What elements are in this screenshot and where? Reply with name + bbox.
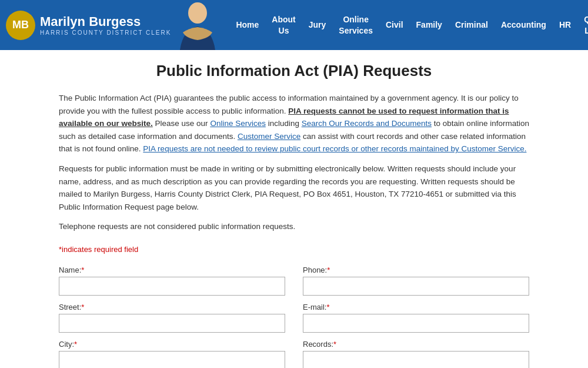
online-services-link[interactable]: Online Services <box>210 119 266 128</box>
records-input[interactable] <box>303 351 529 368</box>
pia-form: Name:* Phone:* Street:* <box>59 266 529 368</box>
email-field: E-mail:* <box>303 303 529 333</box>
svg-point-1 <box>188 2 207 24</box>
nav-home[interactable]: Home <box>230 15 265 35</box>
name-required-star: * <box>81 266 84 274</box>
required-note: *indicates required field <box>59 245 529 254</box>
nav-jury[interactable]: Jury <box>303 15 332 35</box>
phone-required-star: * <box>327 266 330 274</box>
logo-circle: MB <box>6 11 35 40</box>
city-required-star: * <box>74 340 77 349</box>
street-required-star: * <box>81 303 84 311</box>
city-field: City:* <box>59 340 285 368</box>
site-header: MB Marilyn Burgess HARRIS COUNTY DISTRIC… <box>0 0 588 50</box>
logo-text: Marilyn Burgess HARRIS COUNTY DISTRICT C… <box>40 14 171 36</box>
main-nav: Home About Us Jury Online Services Civil… <box>224 9 588 40</box>
nav-accounting[interactable]: Accounting <box>495 15 552 35</box>
phone-label: Phone:* <box>303 266 529 274</box>
street-field: Street:* <box>59 303 285 333</box>
nav-hr[interactable]: HR <box>553 15 577 35</box>
nav-online-services[interactable]: Online Services <box>333 9 379 40</box>
street-label: Street:* <box>59 303 285 311</box>
records-field: Records:* <box>303 340 529 368</box>
records-required-star: * <box>333 340 336 349</box>
page-title: Public Information Act (PIA) Requests <box>59 62 529 80</box>
intro-paragraph-1: The Public Information Act (PIA) guarant… <box>59 92 529 155</box>
nav-about[interactable]: About Us <box>266 9 301 40</box>
city-input[interactable] <box>59 351 285 368</box>
name-field: Name:* <box>59 266 285 296</box>
logo-area: MB Marilyn Burgess HARRIS COUNTY DISTRIC… <box>6 11 171 40</box>
email-label: E-mail:* <box>303 303 529 311</box>
customer-service-link[interactable]: Customer Service <box>238 132 300 141</box>
nav-family[interactable]: Family <box>410 15 448 35</box>
nav-criminal[interactable]: Criminal <box>449 15 494 35</box>
email-required-star: * <box>326 303 329 311</box>
pia-not-needed-link[interactable]: PIA requests are not needed to review pu… <box>143 144 526 153</box>
nav-quick-links[interactable]: Quick Links <box>578 9 588 40</box>
person-silhouette <box>171 0 224 50</box>
search-records-link[interactable]: Search Our Records and Documents <box>302 119 432 128</box>
requests-paragraph: Requests for public information must be … <box>59 163 529 213</box>
city-label: City:* <box>59 340 285 349</box>
intro-text-mid: Please use our <box>153 119 211 128</box>
logo-name: Marilyn Burgess <box>40 14 171 29</box>
street-input[interactable] <box>59 314 285 333</box>
intro-text-mid2: including <box>266 119 302 128</box>
logo-initials: MB <box>12 19 29 31</box>
records-label: Records:* <box>303 340 529 349</box>
name-input[interactable] <box>59 277 285 296</box>
required-note-text: indicates required field <box>62 245 138 254</box>
telephone-paragraph: Telephone requests are not considered pu… <box>59 220 529 233</box>
header-photo <box>171 0 224 50</box>
phone-field: Phone:* <box>303 266 529 296</box>
form-grid: Name:* Phone:* Street:* <box>59 266 529 368</box>
logo-subtitle: HARRIS COUNTY DISTRICT CLERK <box>40 29 171 36</box>
name-label: Name:* <box>59 266 285 274</box>
nav-civil[interactable]: Civil <box>380 15 409 35</box>
phone-input[interactable] <box>303 277 529 296</box>
main-content: Public Information Act (PIA) Requests Th… <box>41 50 547 368</box>
email-input[interactable] <box>303 314 529 333</box>
